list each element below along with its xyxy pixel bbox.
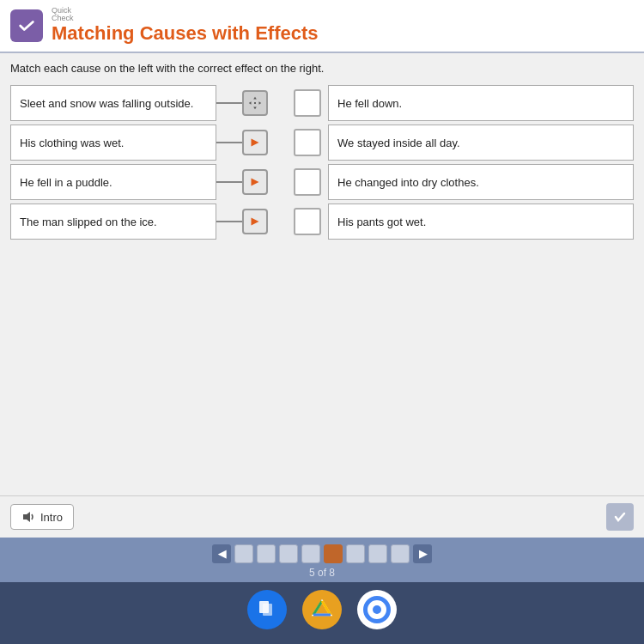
svg-line-8 — [322, 601, 331, 615]
chrome-ring — [363, 596, 391, 623]
pagination-label: 5 of 8 — [309, 567, 335, 579]
page-dot-4[interactable] — [301, 544, 320, 563]
connector-line-1 — [216, 102, 242, 104]
svg-marker-0 — [252, 139, 259, 147]
effect-2: We stayed inside all day. — [328, 125, 634, 161]
match-row-1: Sleet and snow was falling outside. He f… — [10, 85, 634, 121]
header-title-area: Quick Check Matching Causes with Effects — [52, 7, 319, 45]
chrome-inner — [373, 605, 381, 614]
page-dot-8[interactable] — [391, 544, 410, 563]
main-content: Quick Check Matching Causes with Effects… — [0, 0, 644, 538]
header-subtitle: Quick Check — [52, 7, 319, 22]
match-row-3: He fell in a puddle. He changed into dry… — [10, 164, 634, 200]
svg-marker-3 — [23, 512, 30, 522]
match-row-2: His clothing was wet. We stayed inside a… — [10, 125, 634, 161]
speaker-icon — [21, 510, 35, 524]
checkmark-icon — [613, 510, 627, 524]
svg-marker-1 — [252, 179, 259, 186]
files-svg — [256, 598, 278, 621]
page-dot-2[interactable] — [257, 544, 276, 563]
connector-2 — [216, 125, 268, 161]
pagination-bar: ◀ ▶ 5 of 8 — [0, 538, 644, 582]
content-spacer — [0, 245, 644, 495]
cause-2: His clothing was wet. — [10, 125, 216, 161]
drive-svg — [310, 598, 334, 622]
chrome-icon[interactable] — [357, 590, 397, 629]
pagination-next[interactable]: ▶ — [413, 544, 432, 563]
check-answer-button[interactable] — [606, 503, 634, 531]
connector-line-2 — [216, 142, 242, 143]
page-dot-1[interactable] — [234, 544, 253, 563]
connector-4 — [216, 204, 268, 240]
page-dot-5[interactable] — [324, 544, 343, 563]
instructions-text: Match each cause on the left with the co… — [0, 53, 644, 80]
svg-line-7 — [313, 601, 322, 615]
connector-1 — [216, 85, 268, 121]
connector-line-4 — [216, 221, 242, 222]
page-dot-7[interactable] — [368, 544, 387, 563]
pagination-prev[interactable]: ◀ — [212, 544, 231, 563]
effect-check-3[interactable] — [294, 168, 321, 196]
effect-1: He fell down. — [328, 85, 634, 121]
effect-check-4[interactable] — [294, 208, 321, 235]
intro-bar: Intro — [0, 495, 644, 538]
taskbar — [0, 582, 644, 644]
arrow-btn-4[interactable] — [242, 209, 268, 234]
cause-3: He fell in a puddle. — [10, 164, 216, 200]
drive-icon[interactable] — [302, 590, 342, 629]
cause-1: Sleet and snow was falling outside. — [10, 85, 216, 121]
svg-rect-5 — [263, 604, 272, 616]
pagination-dots: ◀ ▶ — [212, 544, 432, 563]
header: Quick Check Matching Causes with Effects — [0, 0, 644, 53]
files-icon[interactable] — [247, 590, 287, 629]
matching-area: Sleet and snow was falling outside. He f… — [0, 80, 644, 245]
match-row-4: The man slipped on the ice. His pants go… — [10, 204, 634, 240]
page-dot-3[interactable] — [279, 544, 298, 563]
connector-3 — [216, 164, 268, 200]
cause-4: The man slipped on the ice. — [10, 204, 216, 240]
connector-line-3 — [216, 181, 242, 183]
intro-button[interactable]: Intro — [10, 504, 74, 530]
effect-4: His pants got wet. — [328, 204, 634, 240]
effect-check-1[interactable] — [294, 89, 321, 117]
page-title: Matching Causes with Effects — [52, 22, 319, 45]
arrow-btn-2[interactable] — [242, 130, 268, 155]
page-dot-6[interactable] — [346, 544, 365, 563]
quick-check-icon — [10, 9, 43, 42]
effect-3: He changed into dry clothes. — [328, 164, 634, 200]
effect-check-2[interactable] — [294, 129, 321, 156]
arrow-btn-3[interactable] — [242, 169, 268, 195]
svg-marker-2 — [252, 218, 259, 226]
drag-btn-1[interactable] — [242, 90, 268, 116]
